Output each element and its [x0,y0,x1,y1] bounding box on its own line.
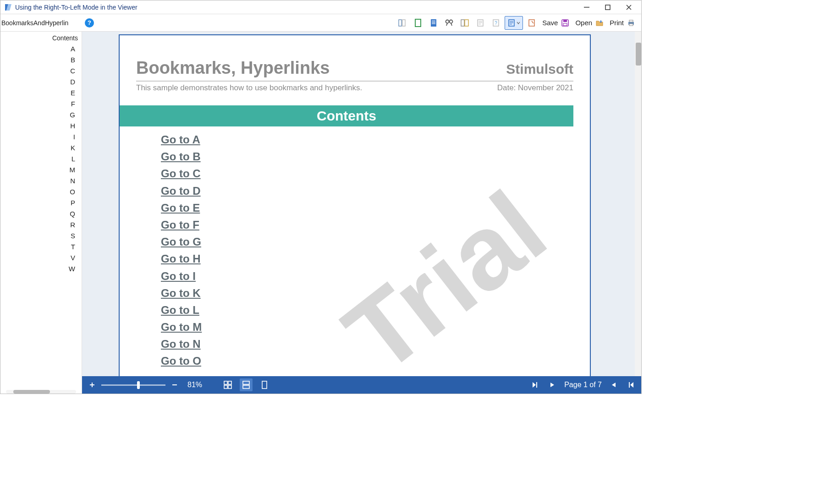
printer-icon [627,18,636,27]
bookmark-root-label[interactable]: BookmarksAndHyperlin [0,19,82,27]
open-button[interactable]: Open [575,16,604,30]
svg-rect-3 [402,20,405,26]
sidebar-contents-node[interactable]: Contents [0,33,82,44]
hyperlink[interactable]: Go to I [161,268,590,285]
svg-rect-14 [478,21,482,22]
svg-rect-6 [432,21,435,21]
sidebar-item[interactable]: E [0,88,82,99]
svg-rect-5 [431,19,436,27]
statusbar: 81% Page 1 of 7 [82,376,641,394]
close-button[interactable] [618,0,639,14]
contents-heading: Contents [120,105,573,126]
sidebar-item[interactable]: V [0,252,82,263]
zoom-out-button[interactable] [169,379,180,390]
open-folder-icon [595,18,604,27]
report-subtitle: This sample demonstrates how to use book… [136,83,497,93]
save-icon [561,18,570,27]
svg-rect-2 [399,20,402,26]
sidebar-item[interactable]: K [0,142,82,153]
app-window: Using the Right-To-Left Mode in the View… [0,0,642,394]
editor-mode-button[interactable] [505,16,523,30]
sidebar-item[interactable]: L [0,153,82,164]
bookmarks-panel-button[interactable] [458,16,472,30]
sidebar-item[interactable]: A [0,44,82,55]
sidebar-item[interactable]: O [0,186,82,197]
hyperlink[interactable]: Go to L [161,301,590,318]
maximize-button[interactable] [597,0,618,14]
view-mode-onepage-button[interactable] [259,379,270,390]
hyperlink[interactable]: Go to F [161,216,590,233]
sidebar-item[interactable]: M [0,164,82,175]
view-mode-pagewidth-button[interactable] [240,378,253,391]
app-icon [4,3,12,11]
sidebar-item[interactable]: Q [0,208,82,219]
sidebar-item[interactable]: B [0,55,82,66]
dot-matrix-button[interactable] [525,16,539,30]
svg-rect-20 [510,21,513,22]
resources-button[interactable]: ? [489,16,503,30]
minimize-button[interactable] [576,0,597,14]
sidebar-item[interactable]: F [0,99,82,110]
svg-rect-7 [432,22,435,22]
hyperlink[interactable]: Go to A [161,131,590,148]
report-title: Bookmarks, Hyperlinks [136,58,506,78]
svg-point-9 [446,20,449,23]
svg-rect-8 [432,23,435,24]
svg-rect-31 [224,381,227,384]
svg-rect-4 [415,19,421,27]
svg-rect-12 [465,20,468,26]
zoom-slider[interactable] [101,384,165,386]
titlebar: Using the Right-To-Left Mode in the View… [0,0,641,14]
sidebar-horizontal-scrollbar[interactable] [6,390,76,394]
save-button[interactable]: Save [542,16,570,30]
sidebar-item[interactable]: D [0,77,82,88]
hyperlink[interactable]: Go to M [161,318,590,335]
body: Contents A B C D E F G H I K L M N O P Q… [0,32,641,394]
svg-rect-11 [461,20,464,26]
hyperlink[interactable]: Go to B [161,148,590,165]
view-mode-multiple-button[interactable] [222,379,233,390]
sidebar-item[interactable]: G [0,110,82,121]
print-button[interactable]: Print [610,16,636,30]
svg-rect-26 [563,23,567,26]
svg-rect-16 [478,24,481,24]
sidebar-item[interactable]: N [0,175,82,186]
parameters-button[interactable] [473,16,487,30]
hyperlink[interactable]: Go to D [161,182,590,199]
hyperlink[interactable]: Go to H [161,250,590,267]
last-page-button[interactable] [529,379,540,390]
sidebar-item[interactable]: I [0,131,82,142]
first-page-button[interactable] [626,379,637,390]
sidebar-item[interactable]: C [0,66,82,77]
zoom-in-button[interactable] [87,379,98,390]
sidebar-item[interactable]: H [0,121,82,131]
svg-rect-23 [529,20,534,26]
hyperlink[interactable]: Go to G [161,233,590,250]
sidebar-item[interactable]: S [0,230,82,241]
hyperlink[interactable]: Go to K [161,285,590,301]
viewer-canvas[interactable]: Bookmarks, Hyperlinks Stimulsoft This sa… [82,32,641,376]
svg-rect-22 [510,24,512,24]
sidebar-item[interactable]: P [0,197,82,208]
thumbnails-button[interactable] [396,16,409,30]
sidebar-item[interactable]: W [0,263,82,274]
next-page-button[interactable] [547,379,558,390]
prev-page-button[interactable] [608,379,619,390]
viewer-vertical-scrollbar[interactable] [635,32,641,376]
svg-rect-1 [605,5,610,10]
hyperlink[interactable]: Go to E [161,199,590,216]
svg-rect-37 [262,381,267,389]
help-icon[interactable]: ? [85,18,94,27]
page-indicator[interactable]: Page 1 of 7 [564,381,602,389]
find-button[interactable] [442,16,456,30]
hyperlink[interactable]: Go to N [161,335,590,352]
print-label: Print [610,19,624,27]
sidebar-item[interactable]: R [0,219,82,230]
sidebar-item[interactable]: T [0,241,82,252]
hyperlink[interactable]: Go to O [161,352,590,369]
svg-rect-36 [243,385,249,389]
single-page-button[interactable] [411,16,425,30]
zoom-control: 81% [87,379,202,390]
continuous-page-button[interactable] [427,16,440,30]
hyperlink[interactable]: Go to C [161,165,590,182]
